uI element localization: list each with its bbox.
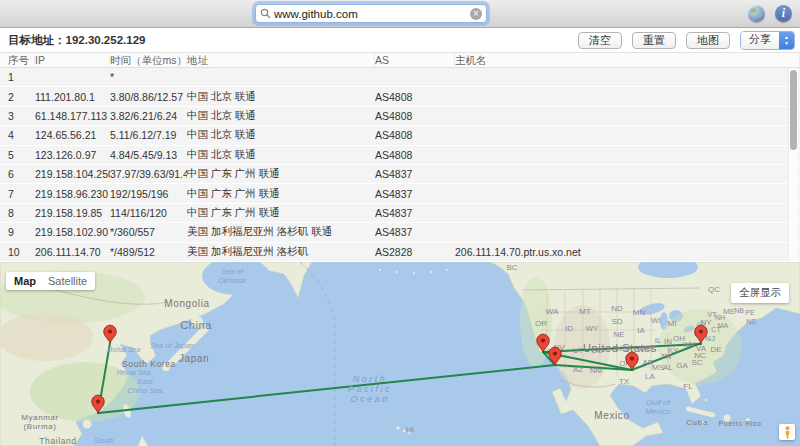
cell-ip: 219.158.19.85 bbox=[35, 207, 110, 219]
target-address: 目标地址：192.30.252.129 bbox=[8, 33, 145, 48]
cell-time: 37.97/39.63/91.43 bbox=[110, 168, 187, 180]
cell-seq: 6 bbox=[8, 168, 35, 180]
cell-time: 5.11/6.12/7.19 bbox=[110, 129, 187, 141]
table-row[interactable]: 2111.201.80.13.80/8.86/12.57中国 北京 联通AS48… bbox=[0, 87, 800, 105]
map-label: WA bbox=[546, 307, 559, 316]
map-label: HI bbox=[406, 425, 414, 434]
table-row[interactable]: 10206.111.14.70*/489/512美国 加利福尼亚州 洛杉矶AS2… bbox=[0, 243, 800, 261]
map-type-control: Map Satellite bbox=[6, 272, 95, 290]
cell-ip: 219.158.104.250 bbox=[35, 168, 110, 180]
clear-search-icon[interactable]: × bbox=[470, 8, 482, 20]
share-button-label: 分享 bbox=[741, 32, 779, 49]
cell-time: 3.82/6.21/6.24 bbox=[110, 110, 187, 122]
map-label: Cuba bbox=[686, 418, 708, 427]
cell-seq: 3 bbox=[8, 110, 35, 122]
map-label: China bbox=[180, 319, 212, 331]
map-label: Bohai Sea bbox=[108, 346, 140, 353]
share-dropdown-icon[interactable]: ▲▼ bbox=[779, 32, 794, 49]
table-row[interactable]: 361.148.177.1133.82/6.21/6.24中国 北京 联通AS4… bbox=[0, 107, 800, 125]
table-row[interactable]: 1* bbox=[0, 68, 800, 86]
table-header: 序号IP时间（单位ms）地址AS主机名 bbox=[0, 52, 800, 68]
map-label: BC bbox=[506, 263, 517, 272]
map-type-satellite-button[interactable]: Satellite bbox=[48, 275, 87, 287]
map-label: CT bbox=[711, 326, 721, 333]
map-label: Mexico bbox=[594, 410, 629, 421]
cell-as: AS4808 bbox=[375, 149, 455, 161]
map-label: NS bbox=[746, 318, 756, 325]
table-row[interactable]: 6219.158.104.25037.97/39.63/91.43中国 广东 广… bbox=[0, 165, 800, 183]
cell-seq: 10 bbox=[8, 246, 35, 258]
map-label: MT bbox=[579, 307, 591, 316]
search-field[interactable]: × bbox=[255, 4, 487, 23]
map-label: Yellow Sea bbox=[116, 369, 151, 376]
table-row[interactable]: 7219.158.96.230192/195/196中国 广东 广州 联通AS4… bbox=[0, 184, 800, 202]
action-buttons: 清空 重置 地图 分享 ▲▼ bbox=[578, 31, 795, 50]
map-label: IN bbox=[664, 337, 672, 346]
cell-hostname: 206.111.14.70.ptr.us.xo.net bbox=[455, 246, 800, 258]
search-input[interactable] bbox=[274, 8, 470, 20]
map-label: Japan bbox=[179, 353, 209, 364]
map-label: GA bbox=[676, 361, 688, 370]
cell-ip: 219.158.102.90 bbox=[35, 226, 110, 238]
target-address-label: 目标地址： bbox=[8, 34, 66, 46]
share-button[interactable]: 分享 ▲▼ bbox=[740, 31, 795, 50]
map-label: UT bbox=[573, 346, 584, 355]
map-label: Thailand bbox=[39, 436, 76, 446]
map-button[interactable]: 地图 bbox=[686, 32, 730, 49]
cell-seq: 9 bbox=[8, 226, 35, 238]
clear-button[interactable]: 清空 bbox=[578, 32, 622, 49]
cell-address: 中国 广东 广州 联通 bbox=[187, 167, 375, 181]
table-row[interactable]: 4124.65.56.215.11/6.12/7.19中国 北京 联通AS480… bbox=[0, 126, 800, 144]
map-label: CO bbox=[591, 346, 603, 355]
scrollbar-thumb[interactable] bbox=[790, 70, 797, 150]
map-label: OR bbox=[535, 319, 547, 328]
map-label: MI bbox=[668, 319, 677, 328]
cell-time: 192/195/196 bbox=[110, 188, 187, 200]
cell-ip: 219.158.96.230 bbox=[35, 188, 110, 200]
cell-time: * bbox=[110, 71, 187, 83]
cell-as: AS4837 bbox=[375, 188, 455, 200]
cell-address: 美国 加利福尼亚州 洛杉矶 联通 bbox=[187, 225, 375, 239]
cell-ip: 206.111.14.70 bbox=[35, 246, 110, 258]
cell-address: 中国 北京 联通 bbox=[187, 109, 375, 123]
cell-as: AS4837 bbox=[375, 207, 455, 219]
cell-as: AS4808 bbox=[375, 129, 455, 141]
map-label: Gulf ofMexico bbox=[645, 398, 671, 416]
cell-address: 美国 加利福尼亚州 洛杉矶 bbox=[187, 245, 375, 259]
reset-button[interactable]: 重置 bbox=[632, 32, 676, 49]
map-label: NE bbox=[613, 330, 624, 339]
table-row[interactable]: 9219.158.102.90*/360/557美国 加利福尼亚州 洛杉矶 联通… bbox=[0, 223, 800, 241]
table-rows: 1*2111.201.80.13.80/8.86/12.57中国 北京 联通AS… bbox=[0, 68, 800, 262]
column-header: AS bbox=[375, 53, 455, 67]
globe-icon[interactable] bbox=[748, 5, 765, 22]
cell-as: AS2828 bbox=[375, 246, 455, 258]
cell-as: AS4837 bbox=[375, 168, 455, 180]
cell-as: AS4808 bbox=[375, 110, 455, 122]
table-row[interactable]: 8219.158.19.85114/116/120中国 广东 广州 联通AS48… bbox=[0, 204, 800, 222]
map-label: Sea ofOkhotsk bbox=[218, 267, 247, 285]
table-row[interactable]: 5123.126.0.974.84/5.45/9.13中国 北京 联通AS480… bbox=[0, 146, 800, 164]
map-label: IL bbox=[655, 336, 662, 345]
pegman-icon[interactable] bbox=[779, 424, 795, 440]
map-label: Myanmar(Burma) bbox=[21, 413, 59, 431]
map-label: MO bbox=[640, 344, 653, 353]
info-icon[interactable]: i bbox=[775, 5, 792, 22]
cell-seq: 7 bbox=[8, 188, 35, 200]
column-header: 时间（单位ms） bbox=[110, 53, 187, 67]
route-map[interactable]: Sea ofOkhotskMongoliaChinaBohai SeaSea o… bbox=[0, 262, 800, 446]
map-label: MN bbox=[633, 308, 646, 317]
traceroute-app: × i 目标地址：192.30.252.129 清空 重置 地图 分享 ▲▼ 序… bbox=[0, 0, 800, 446]
search-icon bbox=[260, 8, 271, 19]
map-label: ID bbox=[565, 324, 573, 333]
cell-address: 中国 广东 广州 联通 bbox=[187, 187, 375, 201]
map-label: QC bbox=[708, 285, 720, 294]
map-label: NM bbox=[590, 366, 603, 375]
map-label: TX bbox=[619, 377, 630, 386]
cell-time: 3.80/8.86/12.57 bbox=[110, 91, 187, 103]
cell-address: 中国 北京 联通 bbox=[187, 90, 375, 104]
cell-seq: 5 bbox=[8, 149, 35, 161]
map-label: NH bbox=[715, 314, 725, 321]
cell-as: AS4808 bbox=[375, 91, 455, 103]
map-type-map-button[interactable]: Map bbox=[14, 275, 36, 287]
fullscreen-button[interactable]: 全屏显示 bbox=[731, 283, 789, 303]
